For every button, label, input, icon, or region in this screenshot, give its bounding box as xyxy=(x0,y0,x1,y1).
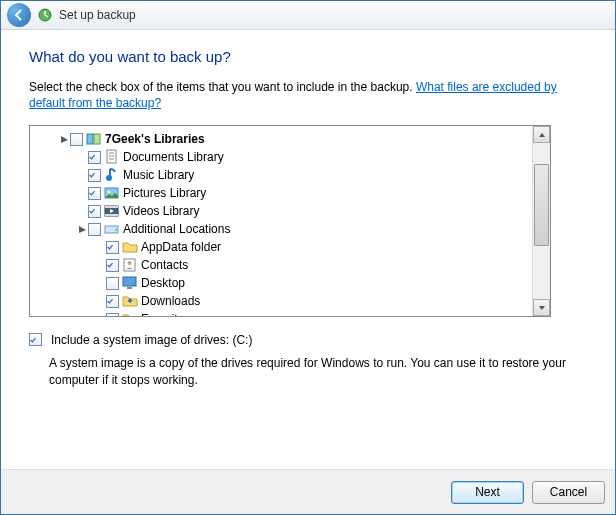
svg-rect-2 xyxy=(94,134,100,144)
checkbox-system-image[interactable] xyxy=(29,333,42,346)
checkbox-appdata[interactable] xyxy=(106,241,119,254)
checkbox-pictures[interactable] xyxy=(88,187,101,200)
tree-root-libraries[interactable]: 7Geek's Libraries xyxy=(30,130,532,148)
tree-item-downloads[interactable]: Downloads xyxy=(30,292,532,310)
checkbox-music[interactable] xyxy=(88,169,101,182)
tree-item-videos[interactable]: Videos Library xyxy=(30,202,532,220)
page-description: Select the check box of the items that y… xyxy=(29,79,587,111)
document-icon xyxy=(104,149,120,165)
drive-icon xyxy=(104,221,120,237)
svg-point-16 xyxy=(128,261,132,265)
svg-point-7 xyxy=(106,175,112,181)
scroll-up-button[interactable] xyxy=(533,126,550,143)
wizard-footer: Next Cancel xyxy=(1,469,615,514)
desktop-label: Desktop xyxy=(141,276,185,290)
checkbox-documents[interactable] xyxy=(88,151,101,164)
libraries-icon xyxy=(86,131,102,147)
tree-item-appdata[interactable]: AppData folder xyxy=(30,238,532,256)
svg-rect-17 xyxy=(123,277,136,286)
tree-item-favorites[interactable]: Favorites xyxy=(30,310,532,316)
appdata-label: AppData folder xyxy=(141,240,221,254)
music-label: Music Library xyxy=(123,168,194,182)
system-image-row: Include a system image of drives: (C:) xyxy=(29,333,587,347)
checkbox-libraries[interactable] xyxy=(70,133,83,146)
favorites-label: Favorites xyxy=(141,312,190,316)
videos-icon xyxy=(104,203,120,219)
next-button[interactable]: Next xyxy=(451,481,524,504)
downloads-label: Downloads xyxy=(141,294,200,308)
back-button[interactable] xyxy=(7,3,31,27)
backup-icon xyxy=(37,7,53,23)
arrow-left-icon xyxy=(13,9,25,21)
description-text: Select the check box of the items that y… xyxy=(29,80,416,94)
tree-item-additional[interactable]: Additional Locations xyxy=(30,220,532,238)
tree-item-documents[interactable]: Documents Library xyxy=(30,148,532,166)
system-image-description: A system image is a copy of the drives r… xyxy=(49,355,569,387)
checkbox-videos[interactable] xyxy=(88,205,101,218)
videos-label: Videos Library xyxy=(123,204,200,218)
svg-rect-11 xyxy=(105,206,118,208)
svg-rect-18 xyxy=(127,287,132,289)
collapse-icon[interactable] xyxy=(76,225,88,234)
backup-items-tree: 7Geek's Libraries Documents Library Musi… xyxy=(29,125,551,317)
contacts-icon xyxy=(122,257,138,273)
collapse-icon[interactable] xyxy=(58,135,70,144)
favorites-icon xyxy=(122,311,138,316)
music-icon xyxy=(104,167,120,183)
checkbox-favorites[interactable] xyxy=(106,313,119,317)
system-image-label: Include a system image of drives: (C:) xyxy=(51,333,252,347)
tree-item-music[interactable]: Music Library xyxy=(30,166,532,184)
libraries-label: 7Geek's Libraries xyxy=(105,132,205,146)
scroll-down-button[interactable] xyxy=(533,299,550,316)
pictures-label: Pictures Library xyxy=(123,186,206,200)
page-heading: What do you want to back up? xyxy=(29,48,587,65)
contacts-label: Contacts xyxy=(141,258,188,272)
checkbox-contacts[interactable] xyxy=(106,259,119,272)
documents-label: Documents Library xyxy=(123,150,224,164)
scroll-thumb[interactable] xyxy=(534,164,549,246)
title-bar: Set up backup xyxy=(1,1,615,30)
backup-wizard-window: Set up backup What do you want to back u… xyxy=(0,0,616,515)
vertical-scrollbar[interactable] xyxy=(532,126,550,316)
svg-rect-1 xyxy=(87,134,93,144)
pictures-icon xyxy=(104,185,120,201)
content-area: What do you want to back up? Select the … xyxy=(1,30,615,469)
tree-viewport: 7Geek's Libraries Documents Library Musi… xyxy=(30,126,532,316)
checkbox-additional[interactable] xyxy=(88,223,101,236)
desktop-icon xyxy=(122,275,138,291)
checkbox-downloads[interactable] xyxy=(106,295,119,308)
downloads-icon xyxy=(122,293,138,309)
folder-icon xyxy=(122,239,138,255)
additional-label: Additional Locations xyxy=(123,222,230,236)
svg-point-9 xyxy=(108,191,111,194)
cancel-button[interactable]: Cancel xyxy=(532,481,605,504)
svg-point-14 xyxy=(115,229,117,231)
tree-item-pictures[interactable]: Pictures Library xyxy=(30,184,532,202)
svg-rect-12 xyxy=(105,214,118,216)
checkbox-desktop[interactable] xyxy=(106,277,119,290)
window-title: Set up backup xyxy=(59,8,136,22)
tree-item-desktop[interactable]: Desktop xyxy=(30,274,532,292)
tree-item-contacts[interactable]: Contacts xyxy=(30,256,532,274)
